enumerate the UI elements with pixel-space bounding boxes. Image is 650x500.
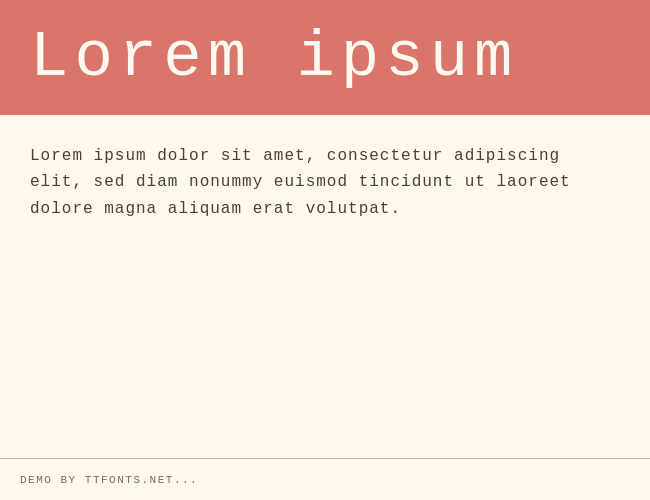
footer-label: DEMO BY TTFONTS.NET... (20, 474, 198, 486)
body-text: Lorem ipsum dolor sit amet, consectetur … (30, 143, 620, 222)
header-title: Lorem ipsum (30, 22, 518, 94)
header: Lorem ipsum (0, 0, 650, 115)
main-content: Lorem ipsum dolor sit amet, consectetur … (0, 115, 650, 242)
footer: DEMO BY TTFONTS.NET... (0, 458, 650, 500)
